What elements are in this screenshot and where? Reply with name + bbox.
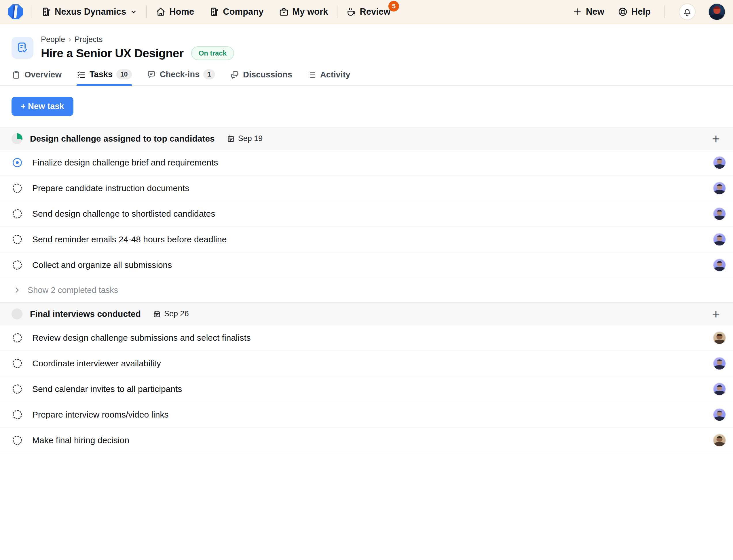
task-row[interactable]: Send design challenge to shortlisted can… [0,201,733,227]
nav-label-company: Company [223,7,263,17]
task-row[interactable]: Finalize design challenge brief and requ… [0,150,733,176]
project-icon [12,37,33,59]
task-title: Send calendar invites to all participant… [32,384,182,394]
workspace-switcher[interactable]: Nexus Dynamics [41,7,138,17]
list-check-icon [77,70,86,79]
workspace-label: Nexus Dynamics [55,7,126,17]
milestone-header: Final interviews conducted Sep 26 + [0,302,733,325]
nav-label-my-work: My work [292,7,328,17]
assignee-avatar[interactable] [713,434,726,446]
task-status-icon[interactable] [13,158,22,167]
home-icon [155,7,166,17]
progress-pie-icon [12,133,22,144]
assignee-avatar[interactable] [713,233,726,245]
breadcrumb-separator: › [68,35,71,44]
task-title: Collect and organize all submissions [32,260,172,270]
review-count-badge: 5 [389,1,399,12]
assignee-avatar[interactable] [713,182,726,194]
tab-tasks[interactable]: Tasks 10 [77,69,132,85]
tab-overview[interactable]: Overview [12,70,62,85]
task-status-icon[interactable] [13,184,22,193]
bell-icon [682,7,692,17]
progress-pie-icon [12,308,22,319]
nav-label-home: Home [169,7,194,17]
calendar-icon [153,310,161,318]
assignee-avatar[interactable] [713,157,726,169]
breadcrumb-parent[interactable]: People [41,35,65,44]
building-icon [41,7,51,17]
task-row[interactable]: Prepare interview rooms/video links [0,402,733,428]
task-row[interactable]: Send reminder emails 24-48 hours before … [0,227,733,252]
help-button[interactable]: Help [618,7,651,17]
breadcrumb-child[interactable]: Projects [75,35,103,44]
user-avatar[interactable] [709,4,725,20]
task-title: Prepare candidate instruction documents [32,183,189,193]
help-button-label: Help [631,7,651,17]
task-status-icon[interactable] [13,333,22,342]
document-check-icon [16,41,29,54]
nav-divider [146,5,147,18]
assignee-avatar[interactable] [713,357,726,369]
app-logo[interactable] [8,4,23,19]
due-date: Sep 19 [227,134,263,143]
assignee-avatar[interactable] [713,259,726,271]
tab-label: Tasks [89,70,113,79]
task-row[interactable]: Make final hiring decision [0,428,733,453]
nav-item-my-work[interactable]: My work [279,7,328,17]
due-date-label: Sep 19 [238,134,263,143]
task-status-icon[interactable] [13,359,22,368]
tab-label: Overview [24,70,62,79]
status-badge: On track [191,46,234,60]
task-title: Make final hiring decision [32,435,129,445]
nav-item-company[interactable]: Company [209,7,263,17]
plus-icon [572,7,582,17]
task-status-icon[interactable] [13,235,22,244]
tab-label: Discussions [243,70,292,79]
new-button-label: New [586,7,604,17]
task-title: Coordinate interviewer availability [32,359,161,368]
assignee-avatar[interactable] [713,208,726,220]
nav-links: Home Company My work [155,7,328,17]
nav-divider [665,5,665,18]
task-title: Review design challenge submissions and … [32,333,251,343]
task-status-icon[interactable] [13,384,22,394]
activity-list-icon [307,70,316,79]
show-completed-toggle[interactable]: Show 2 completed tasks [0,278,733,302]
task-status-icon[interactable] [13,436,22,445]
calendar-icon [227,135,235,143]
assignee-avatar[interactable] [713,409,726,421]
task-status-icon[interactable] [13,209,22,218]
assignee-avatar[interactable] [713,332,726,344]
new-task-button[interactable]: + New task [12,97,73,116]
task-row[interactable]: Send calendar invites to all participant… [0,376,733,402]
add-task-button[interactable]: + [710,132,721,145]
task-status-icon[interactable] [13,410,22,419]
task-row[interactable]: Review design challenge submissions and … [0,325,733,351]
task-title: Send reminder emails 24-48 hours before … [32,235,226,244]
message-icon [147,70,156,79]
milestone-header: Design challenge assigned to top candida… [0,127,733,150]
assignee-avatar[interactable] [713,383,726,395]
task-title: Send design challenge to shortlisted can… [32,209,215,219]
clipboard-icon [12,70,21,79]
tab-discussions[interactable]: Discussions [230,70,292,85]
new-button[interactable]: New [572,7,604,17]
checkins-count-badge: 1 [203,69,215,79]
coffee-cup-icon [346,7,356,17]
nav-item-home[interactable]: Home [155,7,194,17]
task-status-icon[interactable] [13,260,22,270]
task-title: Prepare interview rooms/video links [32,410,169,420]
task-row[interactable]: Prepare candidate instruction documents [0,176,733,201]
briefcase-icon [279,7,289,17]
milestone-title: Design challenge assigned to top candida… [30,134,215,144]
tab-check-ins[interactable]: Check-ins 1 [147,69,215,85]
page-title: Hire a Senior UX Designer [41,47,184,60]
task-row[interactable]: Collect and organize all submissions [0,252,733,278]
notifications-button[interactable] [679,3,696,20]
task-row[interactable]: Coordinate interviewer availability [0,351,733,376]
add-task-button[interactable]: + [710,307,721,321]
lifebuoy-icon [618,7,628,17]
due-date: Sep 26 [153,309,189,318]
tab-activity[interactable]: Activity [307,70,350,85]
nav-item-review[interactable]: Review 5 [346,7,391,17]
